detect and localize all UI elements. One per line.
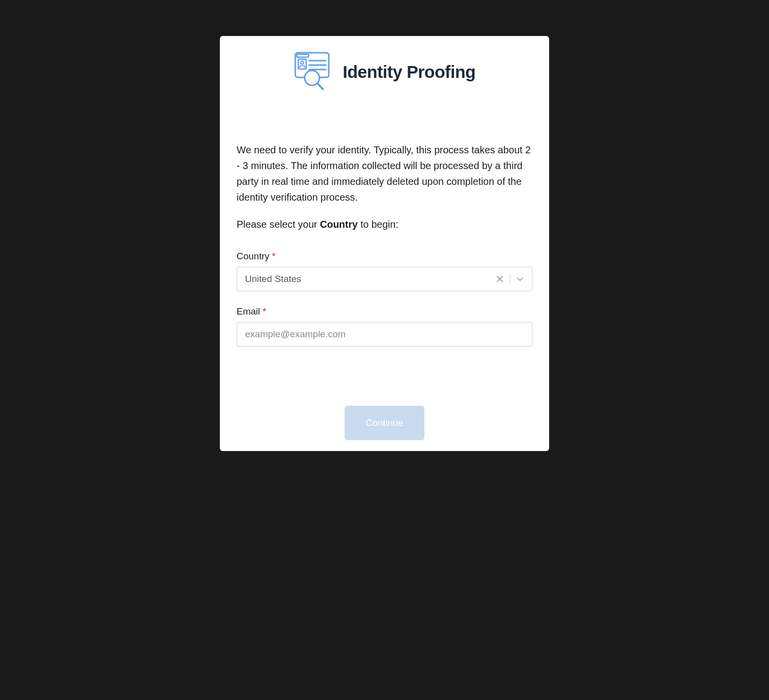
identity-proofing-card: Identity Proofing We need to verify your… bbox=[220, 36, 549, 451]
card-content: We need to verify your identity. Typical… bbox=[220, 93, 549, 347]
email-form-group: Email * bbox=[237, 306, 532, 347]
email-label-text: Email bbox=[237, 306, 260, 316]
country-dropdown-toggle[interactable] bbox=[514, 273, 526, 285]
svg-line-8 bbox=[317, 83, 323, 89]
email-required-marker: * bbox=[263, 306, 266, 316]
select-controls bbox=[494, 273, 532, 285]
country-label: Country * bbox=[237, 251, 532, 262]
instruction-suffix: to begin: bbox=[358, 219, 398, 230]
card-footer: Continue bbox=[220, 361, 549, 451]
instruction-bold: Country bbox=[320, 219, 358, 230]
country-form-group: Country * bbox=[237, 251, 532, 291]
close-icon bbox=[496, 276, 503, 282]
country-required-marker: * bbox=[272, 251, 276, 261]
country-select-value[interactable] bbox=[237, 267, 494, 291]
email-label: Email * bbox=[237, 306, 532, 317]
card-header: Identity Proofing bbox=[220, 36, 549, 93]
svg-point-3 bbox=[301, 61, 304, 64]
select-divider bbox=[510, 274, 510, 284]
instruction-text: Please select your Country to begin: bbox=[237, 219, 532, 230]
id-verification-icon bbox=[293, 51, 331, 93]
clear-country-button[interactable] bbox=[494, 273, 506, 285]
page-title: Identity Proofing bbox=[343, 62, 476, 82]
country-label-text: Country bbox=[237, 251, 270, 261]
email-input[interactable] bbox=[237, 322, 532, 347]
continue-button[interactable]: Continue bbox=[345, 406, 424, 440]
country-select[interactable] bbox=[237, 267, 532, 291]
svg-rect-1 bbox=[297, 54, 309, 57]
description-text: We need to verify your identity. Typical… bbox=[237, 142, 532, 205]
instruction-prefix: Please select your bbox=[237, 219, 320, 230]
chevron-down-icon bbox=[516, 275, 524, 283]
